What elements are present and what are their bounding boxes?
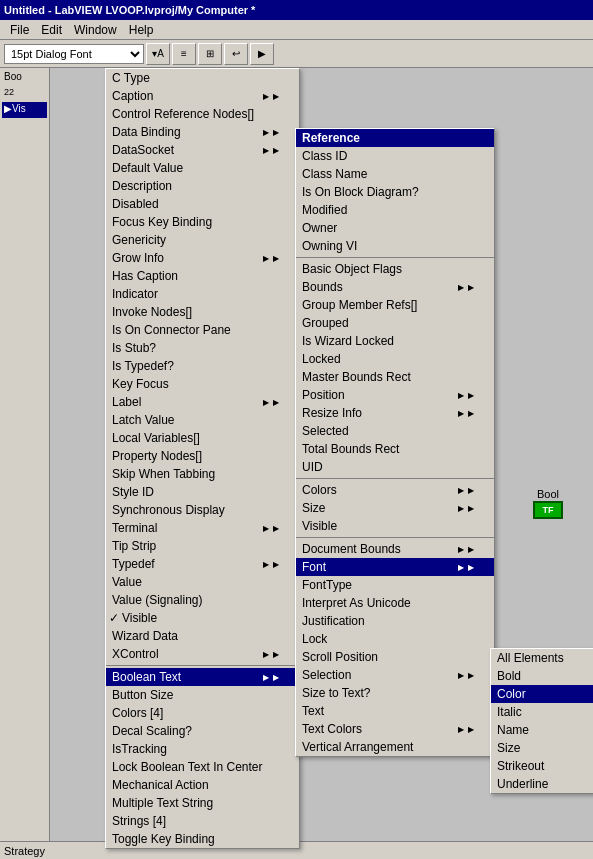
menu-item-colors4[interactable]: Colors [4] xyxy=(106,704,299,722)
menu-item-multiple-text[interactable]: Multiple Text String xyxy=(106,794,299,812)
menu-item-scroll-position[interactable]: Scroll Position xyxy=(296,648,494,666)
menu-item-wizard-locked[interactable]: Is Wizard Locked xyxy=(296,332,494,350)
menu-item-default-value[interactable]: Default Value xyxy=(106,159,299,177)
toolbar-btn-3[interactable]: ⊞ xyxy=(198,43,222,65)
menu-item-is-typedef[interactable]: Is Typedef? xyxy=(106,357,299,375)
menu-item-document-bounds[interactable]: Document Bounds▶ xyxy=(296,540,494,558)
menu-item-bounds[interactable]: Bounds▶ xyxy=(296,278,494,296)
menu-item-datasocket[interactable]: DataSocket▶ xyxy=(106,141,299,159)
menu-item-grouped[interactable]: Grouped xyxy=(296,314,494,332)
menu-item-caption[interactable]: Caption▶ xyxy=(106,87,299,105)
menu-item-button-size[interactable]: Button Size xyxy=(106,686,299,704)
menu-item-lock[interactable]: Lock xyxy=(296,630,494,648)
menu-item-bold[interactable]: Bold xyxy=(491,667,593,685)
menu-item-value[interactable]: Value xyxy=(106,573,299,591)
menu-item-strikeout[interactable]: Strikeout xyxy=(491,757,593,775)
menu-item-disabled[interactable]: Disabled xyxy=(106,195,299,213)
menu-item-focus-key[interactable]: Focus Key Binding xyxy=(106,213,299,231)
menu-item-text[interactable]: Text xyxy=(296,702,494,720)
menu-item-locked[interactable]: Locked xyxy=(296,350,494,368)
menu-item-decal-scaling[interactable]: Decal Scaling? xyxy=(106,722,299,740)
menu-item-xcontrol[interactable]: XControl▶ xyxy=(106,645,299,663)
menu-item-modified[interactable]: Modified xyxy=(296,201,494,219)
menu-item-resize-info[interactable]: Resize Info▶ xyxy=(296,404,494,422)
menu-item-terminal[interactable]: Terminal▶ xyxy=(106,519,299,537)
menu-item-lock-bool-text[interactable]: Lock Boolean Text In Center xyxy=(106,758,299,776)
bool-label: Bool xyxy=(537,488,559,500)
menu-item-data-binding[interactable]: Data Binding▶ xyxy=(106,123,299,141)
menu-item-invoke-nodes[interactable]: Invoke Nodes[] xyxy=(106,303,299,321)
menu-item-visible-l2[interactable]: Visible xyxy=(296,517,494,535)
menu-item-size-to-text[interactable]: Size to Text? xyxy=(296,684,494,702)
menu-item-strings4[interactable]: Strings [4] xyxy=(106,812,299,830)
menu-item-label[interactable]: Label▶ xyxy=(106,393,299,411)
menu-item-control-ref[interactable]: Control Reference Nodes[] xyxy=(106,105,299,123)
menu-item-tip-strip[interactable]: Tip Strip xyxy=(106,537,299,555)
left-panel-item-2: 22 xyxy=(2,86,47,102)
menu-item-justification[interactable]: Justification xyxy=(296,612,494,630)
menu-item-style-id[interactable]: Style ID xyxy=(106,483,299,501)
menu-item-ctype[interactable]: C Type xyxy=(106,69,299,87)
title-text: Untitled - LabVIEW LVOOP.lvproj/My Compu… xyxy=(4,4,255,16)
menu-item-colors[interactable]: Colors▶ xyxy=(296,481,494,499)
menu-item-italic[interactable]: Italic xyxy=(491,703,593,721)
menu-item-has-caption[interactable]: Has Caption xyxy=(106,267,299,285)
menu-item-latch-value[interactable]: Latch Value xyxy=(106,411,299,429)
menu-item-basic-obj-flags[interactable]: Basic Object Flags xyxy=(296,260,494,278)
menu-item-size[interactable]: Size▶ xyxy=(296,499,494,517)
menu-item-istracking[interactable]: IsTracking xyxy=(106,740,299,758)
menu-item-group-member-refs[interactable]: Group Member Refs[] xyxy=(296,296,494,314)
menu-item-owning-vi[interactable]: Owning VI xyxy=(296,237,494,255)
menu-edit[interactable]: Edit xyxy=(35,21,68,39)
menu-item-underline[interactable]: Underline xyxy=(491,775,593,793)
menu-item-class-id[interactable]: Class ID xyxy=(296,147,494,165)
toolbar-btn-5[interactable]: ▶ xyxy=(250,43,274,65)
menu-item-text-colors[interactable]: Text Colors▶ xyxy=(296,720,494,738)
menu-item-property-nodes[interactable]: Property Nodes[] xyxy=(106,447,299,465)
menu-item-local-vars[interactable]: Local Variables[] xyxy=(106,429,299,447)
menu-item-on-block-diag[interactable]: Is On Block Diagram? xyxy=(296,183,494,201)
menu-item-size-l3[interactable]: Size xyxy=(491,739,593,757)
menu-item-typedef[interactable]: Typedef▶ xyxy=(106,555,299,573)
context-menu-l3: All Elements Bold Color Italic Name Size… xyxy=(490,648,593,794)
font-select[interactable]: 15pt Dialog Font xyxy=(4,44,144,64)
menu-item-total-bounds[interactable]: Total Bounds Rect xyxy=(296,440,494,458)
menu-item-selected[interactable]: Selected xyxy=(296,422,494,440)
menu-item-mechanical-action[interactable]: Mechanical Action xyxy=(106,776,299,794)
menu-item-is-stub[interactable]: Is Stub? xyxy=(106,339,299,357)
menu-item-font[interactable]: Font▶ xyxy=(296,558,494,576)
menu-item-master-bounds[interactable]: Master Bounds Rect xyxy=(296,368,494,386)
menu-item-uid[interactable]: UID xyxy=(296,458,494,476)
toolbar-btn-2[interactable]: ≡ xyxy=(172,43,196,65)
menu-file[interactable]: File xyxy=(4,21,35,39)
menu-item-visible[interactable]: ✓ Visible xyxy=(106,609,299,627)
menu-item-boolean-text[interactable]: Boolean Text▶ xyxy=(106,668,299,686)
menu-item-owner[interactable]: Owner xyxy=(296,219,494,237)
menu-item-position[interactable]: Position▶ xyxy=(296,386,494,404)
menu-item-class-name[interactable]: Class Name xyxy=(296,165,494,183)
menu-item-value-signaling[interactable]: Value (Signaling) xyxy=(106,591,299,609)
menu-item-all-elements[interactable]: All Elements xyxy=(491,649,593,667)
menu-item-wizard-data[interactable]: Wizard Data xyxy=(106,627,299,645)
menu-item-toggle-key[interactable]: Toggle Key Binding xyxy=(106,830,299,848)
menu-l2-header: Reference xyxy=(296,129,494,147)
menu-item-indicator[interactable]: Indicator xyxy=(106,285,299,303)
toolbar-btn-4[interactable]: ↩ xyxy=(224,43,248,65)
menu-item-fonttype[interactable]: FontType xyxy=(296,576,494,594)
toolbar-btn-1[interactable]: ▾A xyxy=(146,43,170,65)
menu-item-interpret-unicode[interactable]: Interpret As Unicode xyxy=(296,594,494,612)
menu-item-color[interactable]: Color xyxy=(491,685,593,703)
menu-help[interactable]: Help xyxy=(123,21,160,39)
menu-item-name[interactable]: Name xyxy=(491,721,593,739)
menu-item-vertical-arrangement[interactable]: Vertical Arrangement xyxy=(296,738,494,756)
menu-item-selection[interactable]: Selection▶ xyxy=(296,666,494,684)
menu-item-connector-pane[interactable]: Is On Connector Pane xyxy=(106,321,299,339)
menu-item-description[interactable]: Description xyxy=(106,177,299,195)
menu-window[interactable]: Window xyxy=(68,21,123,39)
menu-item-sync-display[interactable]: Synchronous Display xyxy=(106,501,299,519)
menu-item-genericity[interactable]: Genericity xyxy=(106,231,299,249)
menu-item-skip-tab[interactable]: Skip When Tabbing xyxy=(106,465,299,483)
menu-item-key-focus[interactable]: Key Focus xyxy=(106,375,299,393)
left-panel-item-3[interactable]: ▶Vis xyxy=(2,102,47,118)
menu-item-grow-info[interactable]: Grow Info▶ xyxy=(106,249,299,267)
